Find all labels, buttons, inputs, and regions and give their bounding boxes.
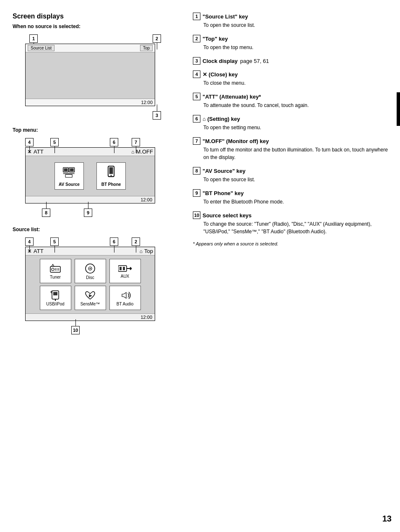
callout-inline-2: 2 xyxy=(193,35,200,42)
svg-point-16 xyxy=(90,268,91,269)
svg-marker-26 xyxy=(89,294,92,297)
callout-5-diag2: 5 xyxy=(50,138,59,146)
svg-point-10 xyxy=(52,268,54,271)
usb-ipod-icon-box[interactable]: USB/iPod xyxy=(40,286,71,310)
svg-rect-18 xyxy=(119,267,122,270)
entry-3: 3 Clock display page 57, 61 xyxy=(193,57,392,65)
page-number: 13 xyxy=(382,514,392,524)
entry-1-desc: To open the source list. xyxy=(203,21,392,29)
callout-inline-6: 6 xyxy=(193,115,200,123)
entry-6-desc: To open the setting menu. xyxy=(203,124,392,131)
entry-1: 1 "Source List" key To open the source l… xyxy=(193,13,392,29)
usb-label: USB/iPod xyxy=(46,302,64,306)
entry-7-title: "M.OFF" (Monitor off) key xyxy=(203,138,269,144)
callout-9-diag2: 9 xyxy=(84,209,92,217)
bt-phone-svg xyxy=(104,165,119,180)
source-list-content: Tuner Disc xyxy=(26,256,155,313)
entry-10-desc: To change the source: "Tuner" (Radio), "… xyxy=(203,220,392,235)
av-source-icon-box[interactable]: AV Source xyxy=(55,162,84,190)
no-source-screen: Source List Top 12:00 xyxy=(25,44,155,106)
entry-4-title: ✕ (Close) key xyxy=(203,71,238,78)
source-list-screen: ✕ ATT ⌂ Top xyxy=(25,247,155,321)
entry-3-page: page 57, 61 xyxy=(240,58,269,64)
entry-5-title: "ATT" (Attenuate) key* xyxy=(203,94,261,100)
entry-5-desc: To attenuate the sound. To cancel, touch… xyxy=(203,102,392,109)
disc-svg xyxy=(84,263,96,274)
callout-10-diag3: 10 xyxy=(71,326,80,334)
entry-4: 4 ✕ (Close) key To close the menu. xyxy=(193,70,392,87)
entry-9-desc: To enter the Bluetooth Phone mode. xyxy=(203,198,392,206)
callout-inline-3: 3 xyxy=(193,57,200,65)
entry-3-title: Clock display xyxy=(203,58,238,64)
entry-10: 10 Source select keys To change the sour… xyxy=(193,211,392,235)
disc-icon-box[interactable]: Disc xyxy=(75,259,106,283)
right-edge-bar xyxy=(397,92,400,126)
usb-svg xyxy=(49,290,61,301)
source-list-btn[interactable]: Source List xyxy=(28,45,55,51)
callout-inline-7: 7 xyxy=(193,137,200,145)
av-source-svg xyxy=(62,165,77,180)
svg-rect-24 xyxy=(53,292,57,295)
top-menu-screen: ✕ ATT ⌂ M.OFF xyxy=(25,147,155,203)
callout-2-diag3: 2 xyxy=(132,237,140,246)
aux-svg xyxy=(118,264,132,273)
svg-point-8 xyxy=(111,175,112,176)
callout-inline-9: 9 xyxy=(193,189,200,197)
callout-6-diag3: 6 xyxy=(110,237,118,246)
callout-inline-4: 4 xyxy=(193,70,200,78)
svg-rect-3 xyxy=(70,168,74,171)
tuner-icon-box[interactable]: Tuner xyxy=(40,259,71,283)
callout-3-diag1: 3 xyxy=(153,111,161,120)
entry-8-desc: To open the source list. xyxy=(203,176,392,183)
svg-rect-5 xyxy=(65,175,72,177)
av-source-label: AV Source xyxy=(59,182,80,187)
callout-8-diag2: 8 xyxy=(42,209,50,217)
sensme-icon-box[interactable]: SensMe™ xyxy=(75,286,106,310)
svg-rect-7 xyxy=(109,167,113,174)
svg-rect-19 xyxy=(123,267,125,270)
tuner-svg xyxy=(49,263,61,274)
entry-2-title: "Top" key xyxy=(203,36,228,42)
entry-9: 9 "BT Phone" key To enter the Bluetooth … xyxy=(193,189,392,206)
entry-10-title: Source select keys xyxy=(203,212,252,219)
section-title: Screen displays xyxy=(13,13,180,20)
entry-8: 8 "AV Source" key To open the source lis… xyxy=(193,167,392,183)
entry-8-title: "AV Source" key xyxy=(203,168,245,174)
bt-phone-icon-box[interactable]: BT Phone xyxy=(96,162,126,190)
svg-rect-1 xyxy=(64,168,68,171)
sensme-label: SensMe™ xyxy=(81,302,100,306)
no-source-label: When no source is selected: xyxy=(13,23,180,29)
bt-audio-icon-box[interactable]: BT Audio xyxy=(109,286,141,310)
footnote: * Appears only when a source is selected… xyxy=(193,241,392,246)
callout-4-diag2: 4 xyxy=(25,138,34,146)
time-diag3: 12:00 xyxy=(26,313,155,321)
bt-phone-label: BT Phone xyxy=(101,182,121,187)
entry-5: 5 "ATT" (Attenuate) key* To attenuate th… xyxy=(193,93,392,109)
callout-2-diag1: 2 xyxy=(153,34,161,43)
callout-7-diag2: 7 xyxy=(132,138,140,146)
callout-inline-8: 8 xyxy=(193,167,200,175)
top-menu-label: Top menu: xyxy=(13,127,180,133)
entry-1-title: "Source List" key xyxy=(203,13,248,20)
callout-4-diag3: 4 xyxy=(25,237,34,246)
entry-7-desc: To turn off the monitor and the button i… xyxy=(203,146,392,161)
bt-audio-svg xyxy=(119,290,131,301)
entry-6: 6 ⌂ (Setting) key To open the setting me… xyxy=(193,115,392,131)
bt-audio-label: BT Audio xyxy=(117,302,133,306)
top-btn-diag3[interactable]: Top xyxy=(144,248,153,254)
callout-6-diag2: 6 xyxy=(110,138,118,146)
callout-inline-5: 5 xyxy=(193,93,200,100)
clock-diag1: 12:00 xyxy=(141,100,153,105)
entry-7: 7 "M.OFF" (Monitor off) key To turn off … xyxy=(193,137,392,161)
disc-label: Disc xyxy=(86,275,94,280)
top-menu-content: AV Source BT Phone xyxy=(26,156,155,196)
callout-inline-10: 10 xyxy=(193,211,200,219)
tuner-label: Tuner xyxy=(50,275,61,279)
aux-label: AUX xyxy=(121,274,130,279)
entry-9-title: "BT Phone" key xyxy=(203,190,244,196)
sensme-svg xyxy=(84,290,96,301)
top-btn-diag1[interactable]: Top xyxy=(140,45,153,51)
source-list-label: Source list: xyxy=(13,227,180,232)
entry-2: 2 "Top" key To open the top menu. xyxy=(193,35,392,51)
aux-icon-box[interactable]: AUX xyxy=(109,259,141,283)
